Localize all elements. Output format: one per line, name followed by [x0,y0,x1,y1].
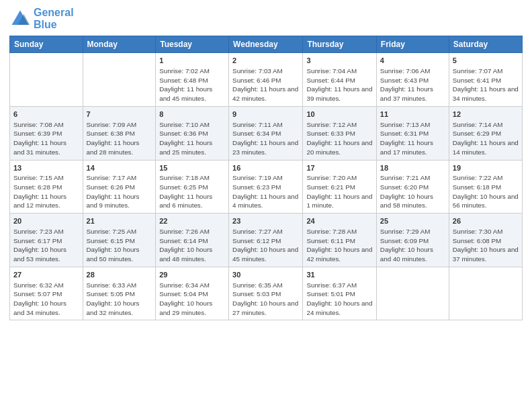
day-info: Sunrise: 7:13 AM Sunset: 6:31 PM Dayligh… [380,120,445,157]
day-number: 3 [306,56,372,66]
calendar-cell: 27Sunrise: 6:32 AM Sunset: 5:07 PM Dayli… [10,267,83,320]
calendar-week-row: 1Sunrise: 7:02 AM Sunset: 6:48 PM Daylig… [10,53,523,107]
calendar-cell: 24Sunrise: 7:28 AM Sunset: 6:11 PM Dayli… [303,214,376,267]
day-info: Sunrise: 7:18 AM Sunset: 6:25 PM Dayligh… [159,173,225,210]
day-number: 19 [453,163,519,173]
calendar-week-row: 13Sunrise: 7:15 AM Sunset: 6:28 PM Dayli… [10,160,523,214]
day-info: Sunrise: 7:15 AM Sunset: 6:28 PM Dayligh… [13,173,79,210]
day-info: Sunrise: 7:14 AM Sunset: 6:29 PM Dayligh… [453,120,519,157]
day-number: 20 [13,216,79,226]
day-info: Sunrise: 7:25 AM Sunset: 6:15 PM Dayligh… [87,227,152,264]
day-number: 25 [380,216,445,226]
calendar-cell: 4Sunrise: 7:06 AM Sunset: 6:43 PM Daylig… [376,53,449,107]
header-sunday: Sunday [10,36,83,53]
logo: General Blue [9,7,74,30]
day-info: Sunrise: 7:08 AM Sunset: 6:39 PM Dayligh… [13,120,79,157]
day-info: Sunrise: 7:20 AM Sunset: 6:21 PM Dayligh… [306,173,372,210]
header-monday: Monday [83,36,156,53]
day-number: 18 [380,163,445,173]
header-friday: Friday [376,36,449,53]
calendar-cell: 8Sunrise: 7:10 AM Sunset: 6:36 PM Daylig… [156,106,229,160]
calendar-cell: 31Sunrise: 6:37 AM Sunset: 5:01 PM Dayli… [303,267,376,320]
day-info: Sunrise: 6:32 AM Sunset: 5:07 PM Dayligh… [13,281,79,318]
day-number: 29 [159,270,225,280]
logo-general: General [34,7,74,18]
day-number: 5 [453,56,519,66]
calendar-cell: 19Sunrise: 7:22 AM Sunset: 6:18 PM Dayli… [449,160,522,214]
header-thursday: Thursday [303,36,376,53]
day-number: 27 [13,270,79,280]
day-info: Sunrise: 7:03 AM Sunset: 6:46 PM Dayligh… [232,66,299,103]
day-info: Sunrise: 6:37 AM Sunset: 5:01 PM Dayligh… [306,281,372,318]
calendar-cell: 5Sunrise: 7:07 AM Sunset: 6:41 PM Daylig… [449,53,522,107]
calendar-cell [10,53,83,107]
day-number: 6 [13,109,79,120]
header-saturday: Saturday [449,36,522,53]
calendar-cell: 1Sunrise: 7:02 AM Sunset: 6:48 PM Daylig… [156,53,229,107]
day-info: Sunrise: 6:34 AM Sunset: 5:04 PM Dayligh… [159,281,225,318]
day-info: Sunrise: 7:27 AM Sunset: 6:12 PM Dayligh… [232,227,299,264]
logo-blue: Blue [34,19,57,30]
calendar-cell: 14Sunrise: 7:17 AM Sunset: 6:26 PM Dayli… [83,160,156,214]
calendar-cell: 3Sunrise: 7:04 AM Sunset: 6:44 PM Daylig… [303,53,376,107]
day-number: 30 [232,270,299,280]
day-info: Sunrise: 7:07 AM Sunset: 6:41 PM Dayligh… [453,66,519,103]
calendar-cell: 25Sunrise: 7:29 AM Sunset: 6:09 PM Dayli… [376,214,449,267]
calendar-cell: 18Sunrise: 7:21 AM Sunset: 6:20 PM Dayli… [376,160,449,214]
day-info: Sunrise: 7:23 AM Sunset: 6:17 PM Dayligh… [13,227,79,264]
page: General Blue Sunday Monday Tuesday Wedne… [0,0,532,411]
day-number: 31 [306,270,372,280]
calendar-cell: 28Sunrise: 6:33 AM Sunset: 5:05 PM Dayli… [83,267,156,320]
day-number: 2 [232,56,299,66]
day-number: 12 [453,109,519,120]
calendar-cell: 22Sunrise: 7:26 AM Sunset: 6:14 PM Dayli… [156,214,229,267]
calendar-week-row: 27Sunrise: 6:32 AM Sunset: 5:07 PM Dayli… [10,267,523,320]
day-info: Sunrise: 6:35 AM Sunset: 5:03 PM Dayligh… [232,281,299,318]
day-info: Sunrise: 7:26 AM Sunset: 6:14 PM Dayligh… [159,227,225,264]
calendar-cell [83,53,156,107]
calendar-cell: 15Sunrise: 7:18 AM Sunset: 6:25 PM Dayli… [156,160,229,214]
day-number: 21 [87,216,152,226]
calendar-cell: 9Sunrise: 7:11 AM Sunset: 6:34 PM Daylig… [229,106,303,160]
day-number: 10 [306,109,372,120]
day-number: 9 [232,109,299,120]
calendar-cell: 7Sunrise: 7:09 AM Sunset: 6:38 PM Daylig… [83,106,156,160]
calendar-cell: 16Sunrise: 7:19 AM Sunset: 6:23 PM Dayli… [229,160,303,214]
day-number: 23 [232,216,299,226]
calendar-cell: 11Sunrise: 7:13 AM Sunset: 6:31 PM Dayli… [376,106,449,160]
calendar-cell: 30Sunrise: 6:35 AM Sunset: 5:03 PM Dayli… [229,267,303,320]
day-number: 24 [306,216,372,226]
day-info: Sunrise: 7:04 AM Sunset: 6:44 PM Dayligh… [306,66,372,103]
day-number: 1 [159,56,225,66]
calendar-cell [449,267,522,320]
day-info: Sunrise: 6:33 AM Sunset: 5:05 PM Dayligh… [87,281,152,318]
day-number: 8 [159,109,225,120]
day-info: Sunrise: 7:17 AM Sunset: 6:26 PM Dayligh… [87,173,152,210]
day-number: 26 [453,216,519,226]
day-info: Sunrise: 7:09 AM Sunset: 6:38 PM Dayligh… [87,120,152,157]
day-info: Sunrise: 7:11 AM Sunset: 6:34 PM Dayligh… [232,120,299,157]
day-info: Sunrise: 7:02 AM Sunset: 6:48 PM Dayligh… [159,66,225,103]
calendar-cell: 2Sunrise: 7:03 AM Sunset: 6:46 PM Daylig… [229,53,303,107]
day-info: Sunrise: 7:10 AM Sunset: 6:36 PM Dayligh… [159,120,225,157]
day-info: Sunrise: 7:29 AM Sunset: 6:09 PM Dayligh… [380,227,445,264]
day-info: Sunrise: 7:21 AM Sunset: 6:20 PM Dayligh… [380,173,445,210]
calendar-body: 1Sunrise: 7:02 AM Sunset: 6:48 PM Daylig… [10,53,523,320]
header-tuesday: Tuesday [156,36,229,53]
day-number: 14 [87,163,152,173]
day-info: Sunrise: 7:12 AM Sunset: 6:33 PM Dayligh… [306,120,372,157]
calendar-cell: 6Sunrise: 7:08 AM Sunset: 6:39 PM Daylig… [10,106,83,160]
calendar-table: Sunday Monday Tuesday Wednesday Thursday… [9,36,523,320]
day-number: 15 [159,163,225,173]
day-number: 11 [380,109,445,120]
calendar-week-row: 6Sunrise: 7:08 AM Sunset: 6:39 PM Daylig… [10,106,523,160]
day-number: 7 [87,109,152,120]
day-info: Sunrise: 7:06 AM Sunset: 6:43 PM Dayligh… [380,66,445,103]
calendar-cell: 20Sunrise: 7:23 AM Sunset: 6:17 PM Dayli… [10,214,83,267]
calendar-cell: 13Sunrise: 7:15 AM Sunset: 6:28 PM Dayli… [10,160,83,214]
calendar-cell: 23Sunrise: 7:27 AM Sunset: 6:12 PM Dayli… [229,214,303,267]
day-number: 17 [306,163,372,173]
day-number: 13 [13,163,79,173]
calendar-cell [376,267,449,320]
day-number: 4 [380,56,445,66]
